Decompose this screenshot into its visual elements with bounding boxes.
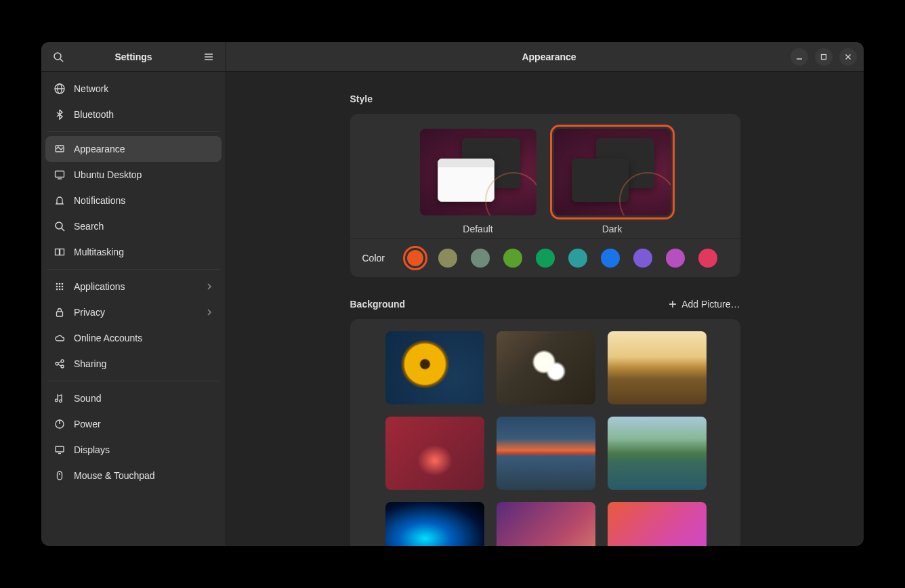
sidebar-list: NetworkBluetoothAppearanceUbuntu Desktop… [41, 72, 226, 546]
sidebar-item-label: Bluetooth [74, 109, 213, 120]
sidebar-item-label: Applications [74, 281, 197, 292]
wallpaper-mountain-lake[interactable] [608, 417, 707, 490]
desktop-icon [54, 169, 66, 181]
style-option-label: Dark [554, 224, 671, 234]
wallpaper-kudu-red[interactable] [385, 417, 484, 490]
background-panel [350, 319, 740, 546]
sidebar-item-mouse-touchpad[interactable]: Mouse & Touchpad [45, 463, 222, 488]
color-label: Color [362, 253, 392, 264]
multitasking-icon [54, 246, 66, 258]
wallpaper-flower-yellow[interactable] [385, 331, 484, 404]
close-button[interactable] [839, 48, 857, 66]
plus-icon [668, 299, 677, 309]
sidebar-item-label: Ubuntu Desktop [74, 169, 213, 180]
style-option-dark[interactable]: Dark [554, 129, 671, 234]
sidebar-item-search[interactable]: Search [45, 213, 222, 239]
appearance-icon [54, 143, 66, 155]
network-icon [54, 83, 66, 95]
sidebar-header: Settings [41, 42, 226, 72]
sidebar: Settings NetworkBluetoothAppearanceUbunt… [41, 42, 226, 546]
settings-window: Settings NetworkBluetoothAppearanceUbunt… [41, 42, 864, 546]
sidebar-item-power[interactable]: Power [45, 411, 222, 437]
sidebar-item-applications[interactable]: Applications [45, 274, 222, 299]
sidebar-item-label: Sharing [74, 358, 213, 369]
lock-icon [54, 306, 66, 318]
style-option-default[interactable]: Default [420, 129, 536, 234]
color-swatch-4[interactable] [536, 249, 555, 268]
wallpaper-ubuntu-orange[interactable] [608, 502, 707, 546]
color-swatch-9[interactable] [698, 249, 717, 268]
sidebar-item-label: Search [74, 221, 213, 232]
window-controls [791, 48, 857, 66]
wallpaper-abstract-blue[interactable] [385, 502, 484, 546]
maximize-button[interactable] [815, 48, 833, 66]
wallpaper-blossom-white[interactable] [497, 331, 595, 404]
style-option-label: Default [420, 224, 536, 234]
sidebar-item-sharing[interactable]: Sharing [45, 351, 222, 377]
sidebar-item-label: Notifications [74, 195, 213, 206]
sidebar-item-displays[interactable]: Displays [45, 437, 222, 463]
maximize-icon [820, 53, 828, 61]
power-icon [54, 418, 66, 430]
apps-icon [54, 280, 66, 293]
sidebar-separator [47, 131, 220, 132]
wallpaper-lake-sunset[interactable] [497, 417, 595, 490]
sidebar-item-label: Power [74, 419, 213, 429]
sidebar-item-appearance[interactable]: Appearance [45, 136, 222, 162]
main-area: Appearance Style DefaultDark Color [226, 42, 864, 546]
sidebar-item-label: Appearance [74, 144, 213, 154]
sidebar-item-sound[interactable]: Sound [45, 385, 222, 411]
share-icon [54, 358, 66, 370]
sidebar-item-network[interactable]: Network [45, 76, 222, 102]
sound-icon [54, 392, 66, 404]
sidebar-item-ubuntu-desktop[interactable]: Ubuntu Desktop [45, 162, 222, 188]
sidebar-item-privacy[interactable]: Privacy [45, 299, 222, 325]
style-preview [554, 129, 671, 215]
chevron-right-icon [205, 282, 213, 291]
color-swatch-2[interactable] [471, 249, 490, 268]
wallpaper-field-road[interactable] [608, 331, 707, 404]
hamburger-icon [203, 51, 214, 62]
cloud-icon [54, 332, 66, 344]
sidebar-item-label: Mouse & Touchpad [74, 470, 213, 481]
sidebar-separator [47, 381, 220, 381]
sidebar-item-label: Displays [74, 444, 213, 455]
wallpaper-gradient-purple[interactable] [497, 502, 595, 546]
style-preview [420, 129, 536, 215]
sidebar-item-bluetooth[interactable]: Bluetooth [45, 102, 222, 127]
chevron-right-icon [205, 308, 213, 316]
minimize-button[interactable] [791, 48, 808, 66]
search-icon [53, 51, 64, 62]
color-swatch-5[interactable] [568, 249, 587, 268]
menu-button[interactable] [198, 47, 219, 67]
style-heading: Style [350, 93, 740, 104]
main-header: Appearance [226, 42, 864, 72]
bell-icon [54, 194, 66, 207]
style-panel: DefaultDark Color [350, 114, 740, 277]
search-button[interactable] [48, 47, 68, 67]
accent-color-row: Color [350, 239, 740, 277]
add-picture-label: Add Picture… [681, 299, 740, 310]
sidebar-item-online-accounts[interactable]: Online Accounts [45, 325, 222, 351]
sidebar-item-label: Multitasking [74, 247, 213, 257]
sidebar-item-label: Online Accounts [74, 333, 213, 343]
color-swatch-0[interactable] [407, 250, 423, 266]
main-scroll[interactable]: Style DefaultDark Color Background Add P… [226, 72, 864, 546]
color-swatch-6[interactable] [601, 249, 620, 268]
color-swatch-3[interactable] [503, 249, 522, 268]
color-swatch-7[interactable] [633, 249, 652, 268]
close-icon [844, 53, 852, 61]
sidebar-item-notifications[interactable]: Notifications [45, 188, 222, 213]
bluetooth-icon [54, 108, 66, 121]
mouse-icon [54, 469, 66, 482]
background-heading: Background [350, 299, 406, 310]
app-title: Settings [68, 51, 198, 62]
sidebar-item-label: Network [74, 83, 213, 94]
add-picture-button[interactable]: Add Picture… [668, 299, 740, 310]
sidebar-item-label: Sound [74, 393, 213, 404]
search-icon [54, 220, 66, 232]
color-swatch-8[interactable] [666, 249, 685, 268]
sidebar-item-multitasking[interactable]: Multitasking [45, 239, 222, 265]
sidebar-item-label: Privacy [74, 307, 197, 318]
color-swatch-1[interactable] [438, 249, 457, 268]
